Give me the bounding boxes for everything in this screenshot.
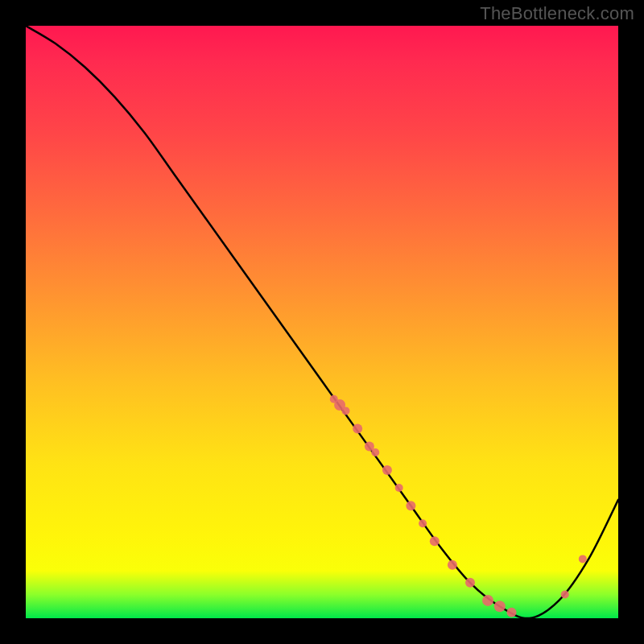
highlight-dot bbox=[482, 595, 493, 606]
highlight-dot bbox=[579, 555, 587, 563]
highlight-dot bbox=[395, 484, 403, 492]
highlight-dot bbox=[465, 578, 475, 588]
highlight-dot bbox=[507, 608, 517, 617]
highlight-dots bbox=[330, 395, 587, 617]
highlight-dot bbox=[448, 560, 457, 570]
highlight-dot bbox=[406, 501, 415, 510]
curve-svg bbox=[26, 26, 618, 618]
highlight-dot bbox=[419, 519, 427, 527]
highlight-dot bbox=[382, 465, 392, 475]
plot-area bbox=[26, 26, 618, 618]
highlight-dot bbox=[371, 448, 379, 456]
highlight-dot bbox=[561, 591, 569, 599]
watermark-text: TheBottleneck.com bbox=[480, 3, 634, 24]
highlight-dot bbox=[353, 423, 362, 433]
highlight-dot bbox=[494, 601, 506, 612]
highlight-dot bbox=[430, 536, 440, 546]
highlight-dot bbox=[341, 407, 349, 415]
bottleneck-curve bbox=[26, 26, 618, 618]
chart-frame: TheBottleneck.com bbox=[0, 0, 644, 644]
